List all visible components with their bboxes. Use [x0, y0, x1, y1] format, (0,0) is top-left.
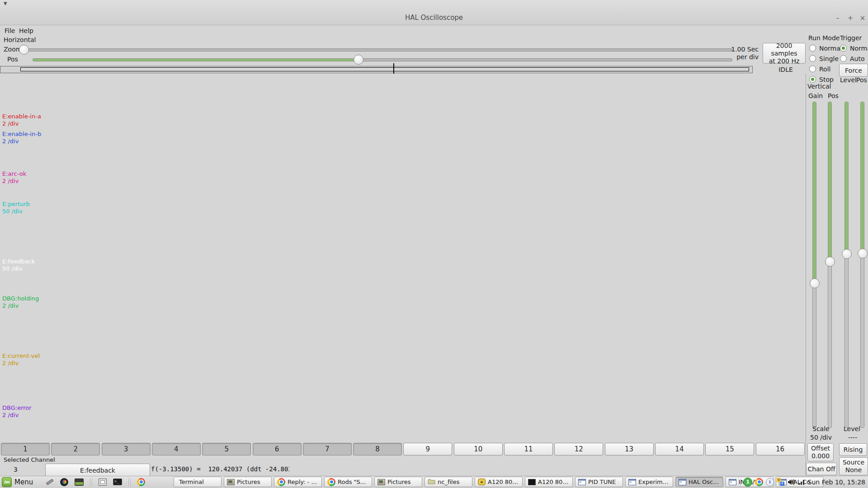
- taskbar-window-a120-80-[interactable]: A120 80...: [525, 477, 573, 487]
- trigger-level-slider-handle[interactable]: [842, 249, 852, 259]
- rising-button[interactable]: Rising: [839, 443, 867, 456]
- gimp-icon: [478, 479, 486, 485]
- channel-button-7[interactable]: 7: [303, 443, 352, 455]
- update-icon[interactable]: 1: [743, 478, 752, 487]
- offset-button[interactable]: Offset 0.000: [807, 443, 834, 461]
- trigger-position-marker[interactable]: [393, 63, 394, 74]
- channel-scale: 2 /div: [2, 138, 41, 145]
- chrome-icon[interactable]: [755, 478, 763, 486]
- window-menu-icon[interactable]: ▼: [4, 1, 7, 6]
- taskbar-menu-button[interactable]: lmMenu: [2, 476, 33, 488]
- taskbar-window-terminal[interactable]: Terminal: [174, 477, 222, 487]
- horizontal-title: Horizontal: [4, 36, 36, 43]
- pos-slider[interactable]: [33, 58, 732, 61]
- window-button-label: Pictures: [387, 479, 410, 485]
- channel-button-16[interactable]: 16: [756, 443, 805, 455]
- channel-button-2[interactable]: 2: [51, 443, 100, 455]
- channel-button-5[interactable]: 5: [202, 443, 251, 455]
- radio-label: Single: [819, 55, 839, 62]
- channel-button-8[interactable]: 8: [353, 443, 402, 455]
- minimize-button[interactable]: –: [833, 14, 842, 22]
- radio-label: Normal: [819, 45, 842, 52]
- trigger-pos-slider-handle[interactable]: [858, 249, 868, 258]
- window-button-label: A120 80...: [538, 479, 568, 485]
- radio-icon: [809, 55, 816, 62]
- trigger-pos-slider[interactable]: [860, 102, 864, 428]
- taskbar-window-list: TerminalPicturesReply: - ...Rods "S...Pi…: [174, 476, 824, 488]
- gain-slider-handle[interactable]: [810, 278, 820, 288]
- channel-button-1[interactable]: 1: [1, 443, 50, 455]
- channel-button-12[interactable]: 12: [554, 443, 603, 455]
- source-button[interactable]: Source None: [839, 457, 868, 475]
- window-button-label: A120 80...: [488, 479, 518, 485]
- chrome-icon[interactable]: [137, 478, 145, 486]
- channel-button-15[interactable]: 15: [705, 443, 754, 455]
- shield-icon[interactable]: i: [766, 478, 774, 486]
- files-icon[interactable]: [75, 479, 84, 486]
- trigger-level-slider[interactable]: [844, 102, 849, 428]
- volume-icon[interactable]: [787, 479, 795, 486]
- pos-slider-handle[interactable]: [354, 55, 363, 65]
- trigger-mode-auto[interactable]: Auto: [840, 53, 868, 64]
- taskbar-window-pictures[interactable]: Pictures: [224, 477, 272, 487]
- trigger-title: Trigger: [840, 34, 862, 42]
- taskbar-window-pid-tune[interactable]: PID TUNE: [575, 477, 623, 487]
- channel-button-10[interactable]: 10: [454, 443, 503, 455]
- window-button-label: HAL Osc...: [689, 479, 719, 485]
- close-button[interactable]: ×: [858, 14, 867, 22]
- taskbar-window-hal-osc-[interactable]: HAL Osc...: [675, 477, 723, 487]
- terminal-icon[interactable]: >_: [113, 479, 122, 485]
- pos-label: Pos: [7, 56, 18, 63]
- run-mode-roll[interactable]: Roll: [809, 64, 842, 74]
- channel-label-4: E:perturb50 /div: [2, 201, 30, 215]
- taskbar-window-nc-files[interactable]: nc_files: [425, 477, 472, 487]
- channel-scale: 2 /div: [2, 412, 32, 419]
- gain-slider[interactable]: [812, 102, 816, 428]
- channel-button-13[interactable]: 13: [605, 443, 654, 455]
- channel-name: E:arc-ok: [2, 170, 26, 178]
- taskbar-window-reply-[interactable]: Reply: - ...: [274, 477, 322, 487]
- channel-name: E:perturb: [2, 201, 30, 208]
- channel-button-9[interactable]: 9: [403, 443, 452, 455]
- selected-channel-name-button[interactable]: E:feedback: [45, 464, 150, 477]
- menu-file[interactable]: File: [3, 26, 17, 35]
- tool-icon[interactable]: [45, 478, 54, 487]
- zoom-slider[interactable]: [21, 48, 732, 52]
- taskbar-window-rods-s-[interactable]: Rods "S...: [324, 477, 372, 487]
- window-title: HAL Oscilloscope: [0, 14, 868, 22]
- channel-scale: 2 /div: [2, 178, 26, 185]
- channel-button-14[interactable]: 14: [655, 443, 704, 455]
- menu-help[interactable]: Help: [17, 26, 35, 35]
- network-icon[interactable]: [798, 479, 805, 485]
- channel-button-11[interactable]: 11: [504, 443, 553, 455]
- taskbar-window-pictures[interactable]: Pictures: [374, 477, 422, 487]
- samples-button[interactable]: 2000 samples at 200 Hz: [763, 43, 806, 64]
- channel-name: DBG:error: [2, 404, 32, 412]
- vertical-pos-slider-handle[interactable]: [825, 257, 835, 267]
- channel-scale: 50 /div: [2, 265, 35, 272]
- taskbar-window-experim-[interactable]: Experim...: [625, 477, 673, 487]
- camera-icon[interactable]: [60, 478, 68, 486]
- folder-icon: [428, 479, 435, 486]
- channel-button-6[interactable]: 6: [253, 443, 302, 455]
- channel-name: E:enable-in-a: [2, 113, 41, 120]
- trigger-mode-normal[interactable]: Normal: [840, 43, 868, 53]
- taskbar-launchers: >_: [43, 476, 146, 488]
- run-mode-single[interactable]: Single: [809, 53, 842, 64]
- channel-button-3[interactable]: 3: [102, 443, 151, 455]
- trigger-pos-label: Pos: [856, 76, 867, 84]
- maximize-button[interactable]: +: [846, 14, 855, 22]
- taskbar-window-a120-80-[interactable]: A120 80...: [475, 477, 523, 487]
- force-button[interactable]: Force: [839, 64, 868, 77]
- gain-slider-fill: [813, 102, 816, 283]
- panel-divider: [806, 74, 806, 476]
- record-scrollbar-thumb[interactable]: [20, 67, 749, 71]
- run-mode-title: Run Mode: [808, 34, 840, 42]
- zoom-slider-handle[interactable]: [19, 45, 29, 55]
- chan-off-button[interactable]: Chan Off: [806, 463, 837, 475]
- run-mode-normal[interactable]: Normal: [809, 43, 842, 53]
- channel-button-4[interactable]: 4: [152, 443, 201, 455]
- taskbar-separator: [738, 478, 741, 486]
- screenshot-icon[interactable]: [99, 479, 107, 486]
- keyboard-layout-icon[interactable]: 0B: [777, 478, 784, 486]
